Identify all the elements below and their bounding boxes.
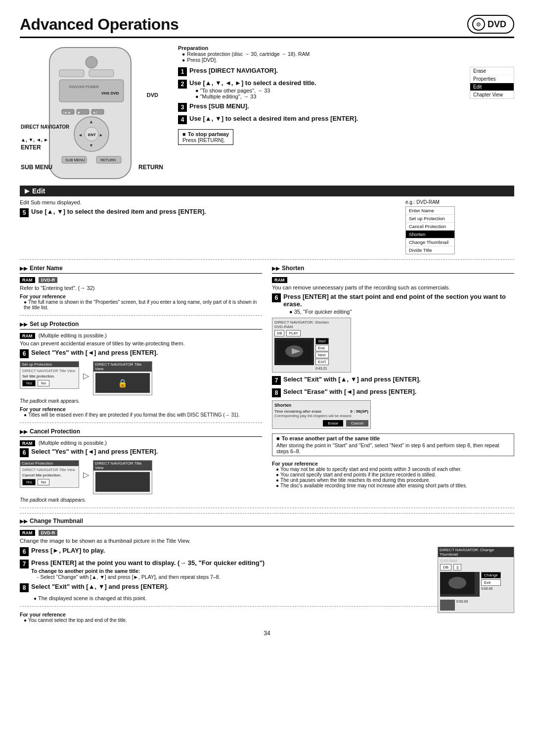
shorten-ref-3: The unit pauses when the title reaches i… bbox=[276, 477, 514, 483]
tm-db-btn[interactable]: DB bbox=[440, 564, 451, 570]
pr-title-2: DIRECT NAVIGATOR Title View bbox=[93, 461, 152, 471]
cancel-protection-title: Cancel Protection bbox=[20, 428, 262, 437]
divider-2 bbox=[20, 423, 262, 423]
setup-for-ref-title: For your reference bbox=[20, 406, 262, 412]
thumb-for-ref-1: You cannot select the top and end of the… bbox=[24, 617, 514, 623]
tm-menu-col: Change Exit 0:00.00 bbox=[481, 572, 501, 598]
step-7-shorten-num: 7 bbox=[272, 376, 281, 385]
pr-title-1: DIRECT NAVIGATOR Title View bbox=[93, 362, 152, 372]
shorten-sm-end[interactable]: End bbox=[315, 345, 329, 351]
step-2: 2 Use [▲, ▼, ◄, ►] to select a desired t… bbox=[178, 79, 465, 99]
thumb-video-svg bbox=[440, 572, 475, 594]
tm-bottom-row: 0:00.00 bbox=[440, 600, 512, 611]
tm-timecode-2: 0:00.00 bbox=[456, 600, 468, 611]
side-menu: Erase Properties Edit Chapter View bbox=[470, 67, 514, 99]
step-4-num: 4 bbox=[178, 115, 187, 124]
instructions-area: Preparation Release protection (disc → 3… bbox=[178, 45, 514, 179]
shorten-sm-play-btn[interactable]: PLAY bbox=[286, 330, 301, 336]
pm-btn-no-1[interactable]: No bbox=[38, 380, 49, 386]
pm-btn-no-2[interactable]: No bbox=[38, 479, 49, 485]
emm-cancel-protection: Cancel Protection bbox=[406, 223, 454, 231]
setup-protection-title: Set up Protection bbox=[20, 321, 262, 330]
setup-protection-badges: RAM (Multiple editing is possible.) bbox=[20, 332, 262, 339]
protect-arrow-2: ▷ bbox=[83, 470, 89, 479]
enter-name-for-ref-title: For your reference bbox=[20, 293, 262, 299]
page-header: Advanced Operations ⊙ DVD bbox=[20, 15, 514, 38]
step-3-text: Press [SUB MENU]. bbox=[189, 102, 249, 110]
shorten-sm-layout: Start End Next EXIT 0:43.21 bbox=[274, 338, 349, 370]
pm-title-text-1: Set up Protection bbox=[22, 362, 52, 367]
prep-item-1: Release protection (disc → 30, cartridge… bbox=[182, 51, 514, 57]
protect-mock-wrap: Set up Protection DIRECT NAVIGATOR Title… bbox=[20, 361, 262, 395]
dvdr-badge-thumb: DVD-R bbox=[39, 530, 58, 536]
setup-protection-sub: (Multiple editing is possible.) bbox=[39, 332, 107, 338]
step-3: 3 Press [SUB MENU]. bbox=[178, 102, 514, 112]
erase-bar-label: Shorten bbox=[274, 403, 368, 408]
lower-left-col: Enter Name RAM DVD-R Refer to "Entering … bbox=[20, 265, 262, 503]
edit-section-header: Edit bbox=[20, 186, 514, 196]
pm-btn-yes-2[interactable]: Yes bbox=[22, 479, 36, 485]
edit-right: e.g.: DVD-RAM Enter Name Set up Protecti… bbox=[405, 199, 514, 254]
edit-menu-mock: Enter Name Set up Protection Cancel Prot… bbox=[405, 206, 455, 254]
page-number: 34 bbox=[20, 630, 514, 637]
shorten-video-svg bbox=[277, 340, 312, 363]
edit-label: Edit bbox=[32, 187, 45, 195]
setup-for-ref-list: Titles will be erased even if they are p… bbox=[20, 412, 262, 418]
step-7-sub-title: To change to another point in the same t… bbox=[31, 568, 433, 574]
tm-change-btn[interactable]: Change bbox=[481, 572, 501, 578]
edit-content: Edit Sub menu displayed. 5 Use [▲, ▼] to… bbox=[20, 199, 514, 254]
cancel-protection-badges: RAM (Multiple editing is possible.) bbox=[20, 439, 262, 446]
step-7-sub-list: - Select "Change" with [▲, ▼] and press … bbox=[31, 574, 433, 580]
pm-btn-yes-1[interactable]: Yes bbox=[22, 380, 36, 386]
stop-partway-box: To stop partway Press [RETURN]. bbox=[178, 129, 233, 145]
cancel-screen-mock: Cancel Protection DIRECT NAVIGATOR Title… bbox=[20, 460, 79, 488]
erase-time-label: Time remaining after erase bbox=[274, 409, 321, 414]
erase-btn[interactable]: Erase bbox=[323, 420, 343, 426]
side-menu-properties: Properties bbox=[470, 75, 514, 83]
cancel-btn[interactable]: Cancel bbox=[346, 420, 368, 426]
edit-left: Edit Sub menu displayed. 5 Use [▲, ▼] to… bbox=[20, 199, 398, 254]
tm-pause-btn[interactable]: || bbox=[453, 564, 461, 570]
pm-btns-2: Yes No bbox=[22, 479, 77, 485]
shorten-sm-next[interactable]: Next bbox=[315, 352, 329, 358]
step-8-shorten-num: 8 bbox=[272, 388, 281, 397]
change-thumb-title: Change Thumbnail bbox=[20, 518, 514, 526]
step-2-sub-2: "Multiple editing", → 33 bbox=[195, 94, 465, 99]
dvdr-badge-enter: DVD-R bbox=[39, 277, 58, 283]
shorten-sm-subtitle: DVD-RAM bbox=[274, 325, 293, 329]
protect-result-2: DIRECT NAVIGATOR Title View bbox=[93, 460, 152, 494]
side-menu-chapterview: Chapter View bbox=[470, 91, 514, 98]
stop-partway-title: To stop partway bbox=[182, 131, 229, 137]
shorten-sm-exit[interactable]: EXIT bbox=[315, 359, 329, 365]
pm-subtitle-1: DIRECT NAVIGATOR Title View bbox=[22, 369, 77, 373]
step-5-num: 5 bbox=[20, 208, 29, 217]
enter-name-for-ref: For your reference The full name is show… bbox=[20, 293, 262, 310]
shorten-sm-top-btns: DB PLAY bbox=[274, 330, 349, 336]
tm-exit-btn[interactable]: Exit bbox=[481, 579, 501, 586]
shorten-sm-db-btn[interactable]: DB bbox=[274, 330, 284, 336]
shorten-ref-4: The disc's available recording time may … bbox=[276, 483, 514, 488]
step-2-sub-1: "To show other pages", → 33 bbox=[195, 88, 465, 94]
edit-sub-label: Edit Sub menu displayed. bbox=[20, 199, 398, 205]
ram-badge-setup: RAM bbox=[20, 333, 35, 339]
shorten-sm-start[interactable]: Start bbox=[315, 338, 329, 344]
shorten-desc: You can remove unnecessary parts of the … bbox=[272, 284, 514, 290]
cancel-mock-wrap: Cancel Protection DIRECT NAVIGATOR Title… bbox=[20, 460, 262, 494]
step-3-num: 3 bbox=[178, 103, 187, 112]
pm-title-2: Cancel Protection bbox=[20, 461, 79, 466]
to-erase-another-text: After storing the point in "Start" and "… bbox=[276, 442, 510, 454]
preparation-box: Preparation Release protection (disc → 3… bbox=[178, 45, 514, 63]
erase-bar-container: Shorten Time remaining after erase 0 : 5… bbox=[272, 400, 371, 429]
tm-top-btns: DB || bbox=[440, 564, 512, 570]
step-6-thumb-text: Press [►, PLAY] to play. bbox=[31, 547, 105, 554]
step-2-sub: "To show other pages", → 33 "Multiple ed… bbox=[189, 88, 465, 99]
step-7-thumb-text: Press [ENTER] at the point you want to d… bbox=[31, 559, 265, 567]
step-6-thumb-num: 6 bbox=[20, 547, 29, 556]
emm-change-thumbnail: Change Thumbnail bbox=[406, 238, 454, 246]
label-sub-menu: SUB MENU bbox=[21, 164, 52, 171]
step-8-shorten-text: Select "Erase" with [◄] and press [ENTER… bbox=[283, 388, 416, 395]
pm-title-1: Set up Protection bbox=[20, 362, 79, 367]
remote-labels: DVD DIRECT NAVIGATOR ▲, ▼, ◄, ► ENTER SU… bbox=[20, 45, 163, 179]
step-7-shorten: 7 Select "Exit" with [▲, ▼] and press [E… bbox=[272, 376, 514, 385]
divider-1 bbox=[20, 315, 262, 316]
